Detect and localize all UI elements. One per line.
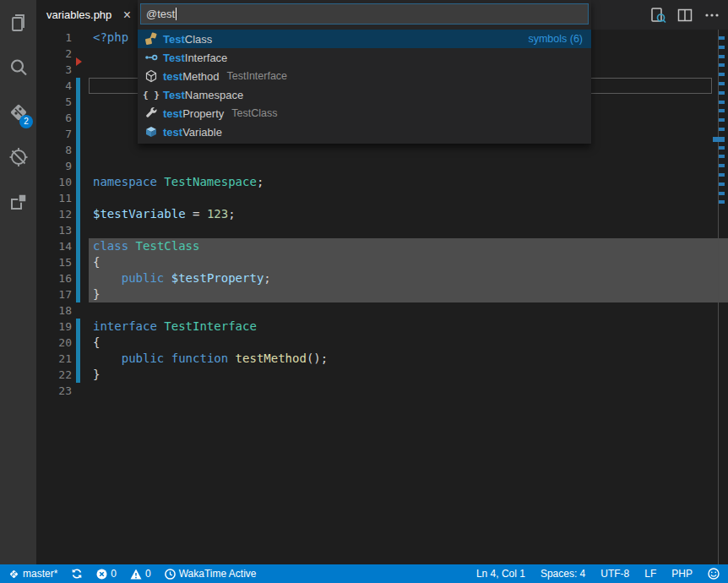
- files-icon: [8, 12, 30, 34]
- class-icon: [144, 32, 158, 46]
- code-line[interactable]: 22}: [36, 367, 728, 383]
- sync-button[interactable]: [71, 568, 83, 580]
- quickopen-item-testinterface[interactable]: TestInterface: [138, 48, 591, 67]
- split-editor-button[interactable]: [674, 4, 696, 26]
- line-content[interactable]: $testVariable = 123;: [89, 206, 728, 222]
- code-line[interactable]: 9: [36, 158, 728, 174]
- line-number[interactable]: 10: [36, 174, 89, 190]
- open-preview-icon: [649, 6, 667, 25]
- smiley-icon: [708, 568, 720, 580]
- code-line[interactable]: 20{: [36, 335, 728, 351]
- search-button[interactable]: [0, 45, 36, 90]
- encoding-status[interactable]: UTF-8: [600, 568, 629, 580]
- code-token: =: [186, 207, 207, 221]
- line-content[interactable]: [89, 142, 728, 158]
- code-token: {: [93, 255, 100, 269]
- code-token: [164, 271, 171, 285]
- code-line[interactable]: 19interface TestInterface: [36, 319, 728, 335]
- quickopen-item-testnamespace[interactable]: { } TestNamespace: [138, 85, 591, 104]
- warnings-status[interactable]: 0: [130, 568, 151, 580]
- line-number[interactable]: 18: [36, 302, 89, 319]
- git-branch-status[interactable]: master*: [8, 568, 57, 580]
- symbol-label: testProperty: [163, 107, 224, 120]
- line-number[interactable]: 17: [36, 286, 89, 302]
- line-number[interactable]: 19: [36, 319, 89, 335]
- line-number[interactable]: 6: [36, 110, 89, 126]
- line-content[interactable]: public function testMethod();: [89, 351, 728, 367]
- line-number[interactable]: 15: [36, 254, 89, 270]
- line-content[interactable]: public $testProperty;: [89, 270, 728, 286]
- line-number[interactable]: 13: [36, 222, 89, 238]
- line-number[interactable]: 4: [36, 78, 89, 94]
- code-line[interactable]: 21 public function testMethod();: [36, 351, 728, 367]
- line-content[interactable]: [89, 383, 728, 399]
- code-line[interactable]: 18: [36, 302, 728, 319]
- ruler-mark: [719, 173, 725, 177]
- tab-variables-php[interactable]: variables.php ×: [36, 0, 138, 30]
- line-number[interactable]: 9: [36, 158, 89, 174]
- open-preview-button[interactable]: [647, 4, 669, 26]
- code-token: public: [122, 351, 165, 365]
- language-mode-status[interactable]: PHP: [671, 568, 693, 580]
- code-line[interactable]: 17}: [36, 286, 728, 302]
- line-number[interactable]: 11: [36, 190, 89, 206]
- quickopen-item-testmethod[interactable]: testMethod TestInterface: [138, 67, 591, 85]
- indentation-status[interactable]: Spaces: 4: [541, 568, 585, 580]
- line-content[interactable]: [89, 190, 728, 206]
- line-content[interactable]: [89, 302, 728, 319]
- line-number[interactable]: 12: [36, 206, 89, 222]
- code-line[interactable]: 13: [36, 222, 728, 238]
- cursor-position-status[interactable]: Ln 4, Col 1: [476, 568, 525, 580]
- line-content[interactable]: namespace TestNamespace;: [89, 174, 728, 190]
- tab-title: variables.php: [46, 8, 117, 21]
- quickopen-item-testproperty[interactable]: testProperty TestClass: [138, 104, 591, 123]
- line-number[interactable]: 14: [36, 238, 89, 254]
- line-number[interactable]: 1: [36, 30, 89, 46]
- close-icon[interactable]: ×: [123, 8, 131, 22]
- scm-badge: 2: [19, 115, 33, 128]
- code-line[interactable]: 14class TestClass: [36, 238, 728, 254]
- line-number[interactable]: 8: [36, 142, 89, 158]
- more-actions-button[interactable]: [701, 4, 723, 26]
- line-content[interactable]: class TestClass: [89, 238, 728, 254]
- line-number[interactable]: 23: [36, 383, 89, 399]
- code-line[interactable]: 12$testVariable = 123;: [36, 206, 728, 222]
- line-content[interactable]: }: [89, 367, 728, 383]
- feedback-button[interactable]: [708, 568, 720, 580]
- vscode-window: 2 variables.php ×: [0, 0, 728, 583]
- code-line[interactable]: 15{: [36, 254, 728, 270]
- quickopen-item-testclass[interactable]: TestClass symbols (6): [138, 30, 591, 48]
- line-number[interactable]: 22: [36, 367, 89, 383]
- code-line[interactable]: 11: [36, 190, 728, 206]
- quickopen-input[interactable]: @test: [140, 3, 589, 25]
- source-control-button[interactable]: 2: [0, 90, 36, 134]
- line-number[interactable]: 16: [36, 270, 89, 286]
- line-content[interactable]: [89, 222, 728, 238]
- clock-icon: [165, 569, 176, 580]
- line-number[interactable]: 5: [36, 94, 89, 110]
- code-line[interactable]: 23: [36, 383, 728, 399]
- code-token: ();: [307, 351, 328, 365]
- extensions-button[interactable]: [0, 179, 36, 224]
- wakatime-label: WakaTime Active: [179, 568, 257, 580]
- line-content[interactable]: interface TestInterface: [89, 319, 728, 335]
- line-content[interactable]: {: [89, 335, 728, 351]
- eol-status[interactable]: LF: [644, 568, 656, 580]
- ruler-mark: [719, 63, 725, 67]
- explorer-button[interactable]: [0, 0, 36, 45]
- code-line[interactable]: 8: [36, 142, 728, 158]
- debug-button[interactable]: [0, 134, 36, 179]
- status-bar: master* 0 0 WakaTime Active Ln 4, Col 1 …: [0, 564, 728, 583]
- line-number[interactable]: 20: [36, 335, 89, 351]
- code-line[interactable]: 16 public $testProperty;: [36, 270, 728, 286]
- errors-status[interactable]: 0: [96, 568, 117, 580]
- quickopen-item-testvariable[interactable]: testVariable: [138, 123, 591, 141]
- code-line[interactable]: 10namespace TestNamespace;: [36, 174, 728, 190]
- line-number[interactable]: 7: [36, 126, 89, 142]
- symbol-label: TestClass: [163, 33, 212, 46]
- wakatime-status[interactable]: WakaTime Active: [165, 568, 257, 580]
- line-content[interactable]: [89, 158, 728, 174]
- line-number[interactable]: 21: [36, 351, 89, 367]
- line-content[interactable]: }: [89, 286, 728, 302]
- line-content[interactable]: {: [89, 254, 728, 270]
